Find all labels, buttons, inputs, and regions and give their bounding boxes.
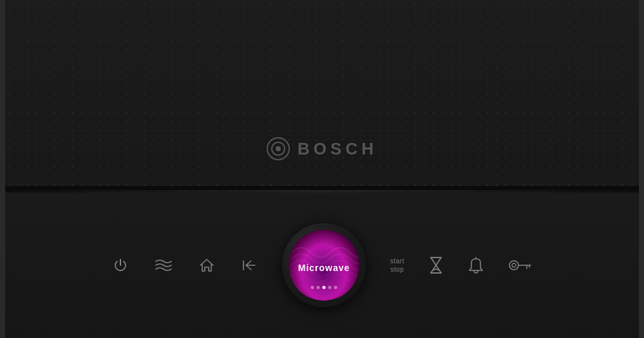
knob-dot-3: [323, 286, 326, 289]
power-icon[interactable]: [112, 257, 129, 274]
svg-point-3: [512, 263, 516, 267]
knob-dot-4: [328, 286, 332, 289]
knob-dot-1: [311, 286, 314, 289]
bell-icon[interactable]: [468, 256, 484, 274]
knob-inner: Microwave: [289, 230, 359, 301]
control-panel: Microwave start stop: [5, 192, 639, 338]
start-stop-button[interactable]: start stop: [390, 257, 404, 274]
grill-icon[interactable]: [153, 258, 174, 272]
knob-dot-5: [334, 286, 337, 289]
stop-label: stop: [391, 265, 404, 274]
bosch-logo-circle: [267, 137, 290, 160]
knob-outer: Microwave: [282, 223, 366, 307]
controls-row: Microwave start stop: [112, 223, 532, 307]
brand-name: BOSCH: [298, 139, 377, 159]
hourglass-icon[interactable]: [429, 256, 443, 274]
mode-knob[interactable]: Microwave: [282, 223, 366, 307]
knob-label: Microwave: [298, 263, 350, 273]
key-icon[interactable]: [509, 259, 532, 272]
home-icon[interactable]: [198, 257, 215, 274]
start-label: start: [390, 257, 404, 265]
brand-logo: BOSCH: [267, 137, 377, 160]
svg-point-2: [509, 261, 518, 270]
back-icon[interactable]: [240, 258, 258, 272]
door-section: BOSCH: [5, 0, 639, 190]
knob-page-dots: [311, 286, 337, 289]
appliance-body: BOSCH: [0, 0, 644, 338]
knob-dot-2: [317, 286, 320, 289]
